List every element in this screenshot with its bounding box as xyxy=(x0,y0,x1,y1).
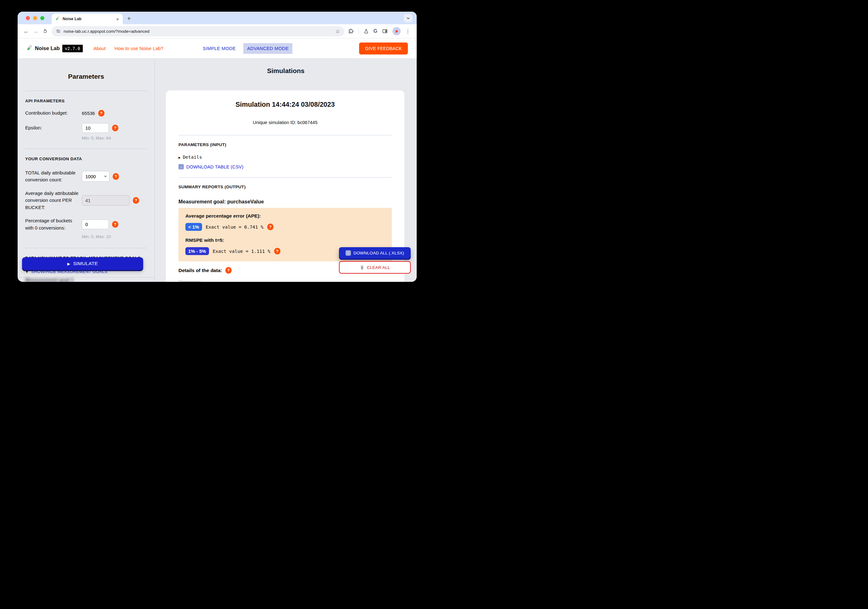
total-conversions-select[interactable]: 1000 xyxy=(82,171,110,182)
avg-per-bucket-label: Average daily attributable conversion co… xyxy=(25,190,82,211)
how-to-link[interactable]: How to use Noise Lab? xyxy=(115,46,163,51)
browser-tab[interactable]: Noise Lab × xyxy=(52,14,123,24)
conversion-data-heading: YOUR CONVERSION DATA xyxy=(25,157,147,161)
details-disclosure[interactable]: ▶Details xyxy=(178,155,392,160)
browser-window: Noise Lab × + ← → noise-lab.uc.r.appspot… xyxy=(18,12,417,282)
help-icon[interactable]: ? xyxy=(133,197,139,204)
toolbar-divider xyxy=(358,28,359,34)
maximize-window-button[interactable] xyxy=(40,16,44,20)
download-all-xlsx-button[interactable]: ↓ DOWNLOAD ALL (.XLSX) xyxy=(339,247,411,258)
simulate-button[interactable]: ▶SIMULATE xyxy=(22,257,143,270)
triangle-right-icon: ▶ xyxy=(178,155,181,160)
url-text[interactable]: noise-lab.uc.r.appspot.com/?mode=advance… xyxy=(64,29,332,34)
help-icon[interactable]: ? xyxy=(274,248,281,255)
download-table-csv-link[interactable]: ↓ DOWNLOAD TABLE (CSV) xyxy=(178,164,243,169)
help-icon[interactable]: ? xyxy=(225,267,232,273)
google-g-icon[interactable]: G xyxy=(374,28,377,34)
rmspe-badge: 1% - 5% xyxy=(185,247,209,255)
browser-toolbar: ← → noise-lab.uc.r.appspot.com/?mode=adv… xyxy=(18,24,417,39)
contribution-budget-row: Contribution budget: 65536 ? xyxy=(25,110,147,117)
ape-badge: < 1% xyxy=(185,223,202,231)
simulation-card-title: Simulation 14:44:24 03/08/2023 xyxy=(178,90,392,109)
total-conversions-select-control[interactable]: 1000 xyxy=(82,171,110,182)
measurement-goal-heading: Measurement goal: purchaseValue xyxy=(178,199,392,205)
test-tube-favicon-icon xyxy=(56,16,60,22)
help-icon[interactable]: ? xyxy=(112,221,118,228)
help-icon[interactable]: ? xyxy=(112,125,118,131)
window-controls xyxy=(26,16,44,20)
about-link[interactable]: About xyxy=(93,46,106,51)
contribution-budget-value: 65536 xyxy=(82,110,95,116)
minimize-window-button[interactable] xyxy=(33,16,37,20)
reload-button[interactable] xyxy=(40,26,50,36)
show-hide-goals-toggle[interactable]: ▼SHOW/HIDE MEASUREMENT GOALS xyxy=(25,269,147,274)
divider xyxy=(25,248,147,248)
mode-switcher: SIMPLE MODE ADVANCED MODE xyxy=(199,43,292,54)
test-tube-logo-icon xyxy=(26,45,33,52)
avg-per-bucket-input xyxy=(82,195,130,206)
data-details-label: Details of the data: xyxy=(178,268,222,273)
ape-label: Average percentage error (APE): xyxy=(185,213,385,219)
zero-buckets-row: Percentage of buckets with 0 conversions… xyxy=(25,217,147,231)
simulations-title: Simulations xyxy=(155,67,417,75)
toolbar-icons: G ⋮ xyxy=(348,27,411,35)
app-header: Noise Lab v2.7.0 About How to use Noise … xyxy=(18,39,417,59)
total-conversions-label: TOTAL daily attributable conversion coun… xyxy=(25,169,82,183)
divider xyxy=(178,177,392,178)
close-window-button[interactable] xyxy=(26,16,30,20)
labs-flask-icon[interactable] xyxy=(364,29,369,34)
zero-buckets-label: Percentage of buckets with 0 conversions… xyxy=(25,217,82,231)
reload-icon xyxy=(42,29,48,34)
chevron-down-icon xyxy=(406,16,411,20)
profile-avatar[interactable] xyxy=(392,27,401,35)
simulations-panel: Simulations Simulation 14:44:24 03/08/20… xyxy=(155,59,417,282)
api-parameters-heading: API PARAMETERS xyxy=(25,99,147,103)
help-icon[interactable]: ? xyxy=(98,110,104,117)
zero-buckets-hint: Min: 0, Max: 10 xyxy=(82,234,147,239)
menu-kebab-icon[interactable]: ⋮ xyxy=(405,28,411,34)
epsilon-input[interactable] xyxy=(82,123,109,133)
summary-reports-heading: SUMMARY REPORTS (OUTPUT) xyxy=(178,185,392,189)
ape-result-row: < 1% Exact value = 0.741 % ? xyxy=(185,223,385,231)
total-conversions-row: TOTAL daily attributable conversion coun… xyxy=(25,169,147,183)
divider xyxy=(25,149,147,149)
help-icon[interactable]: ? xyxy=(267,224,273,230)
tab-close-icon[interactable]: × xyxy=(116,17,119,22)
give-feedback-button[interactable]: GIVE FEEDBACK xyxy=(359,42,408,54)
tab-search-button[interactable] xyxy=(404,14,412,22)
epsilon-row: Epsilon: ? xyxy=(25,123,147,133)
forward-button[interactable]: → xyxy=(31,26,40,36)
bird-icon xyxy=(394,29,399,34)
tab-advanced-mode[interactable]: ADVANCED MODE xyxy=(243,43,292,54)
contribution-budget-label: Contribution budget: xyxy=(25,110,82,117)
tab-strip: Noise Lab × + xyxy=(18,12,417,24)
divider xyxy=(178,135,392,135)
header-links: About How to use Noise Lab? xyxy=(93,46,163,51)
download-icon: ↓ xyxy=(346,250,351,256)
epsilon-label: Epsilon: xyxy=(25,124,82,132)
site-info-icon xyxy=(56,29,61,34)
divider xyxy=(25,91,147,91)
app-brand: Noise Lab v2.7.0 xyxy=(26,45,83,52)
side-panel-icon[interactable] xyxy=(382,28,388,34)
simulation-id: Unique simulation ID: bc067445 xyxy=(178,120,392,125)
help-icon[interactable]: ? xyxy=(113,173,119,180)
main-content: Parameters API PARAMETERS Contribution b… xyxy=(18,59,417,282)
tab-simple-mode[interactable]: SIMPLE MODE xyxy=(199,43,240,54)
back-button[interactable]: ← xyxy=(22,26,31,36)
avg-per-bucket-row: Average daily attributable conversion co… xyxy=(25,190,147,211)
rmspe-label: RMSPE with t=5: xyxy=(185,238,385,243)
rmspe-exact-value: Exact value = 1.111 % xyxy=(213,249,270,254)
new-tab-button[interactable]: + xyxy=(127,15,131,22)
blurred-goal-1-label: Measurement goal 1 xyxy=(25,277,74,282)
epsilon-hint: Min: 0, Max: 64 xyxy=(82,136,147,140)
show-hide-goals-link[interactable]: SHOW/HIDE MEASUREMENT GOALS xyxy=(31,269,107,274)
parameters-title: Parameters xyxy=(25,73,147,80)
extensions-icon[interactable] xyxy=(348,28,354,34)
url-bar[interactable]: noise-lab.uc.r.appspot.com/?mode=advance… xyxy=(52,26,344,37)
zero-buckets-input[interactable] xyxy=(82,219,109,229)
clear-all-button[interactable]: CLEAR ALL xyxy=(339,261,411,273)
triangle-down-icon: ▼ xyxy=(25,270,29,273)
app-name: Noise Lab xyxy=(35,45,60,51)
bookmark-star-icon[interactable]: ☆ xyxy=(335,28,340,35)
